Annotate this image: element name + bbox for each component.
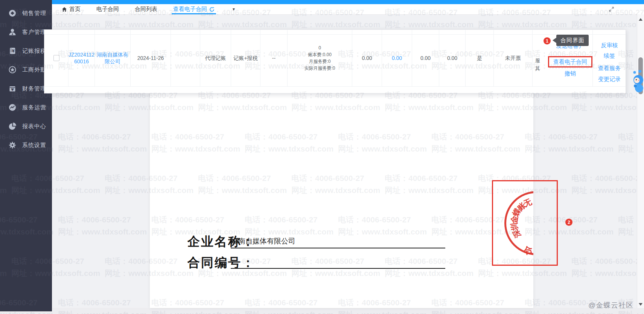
cell-amount-1: 0.00 — [352, 30, 382, 86]
table-row-divider — [44, 86, 626, 87]
step-badge-2: 2 — [565, 219, 572, 226]
cell-remark: -- — [260, 30, 287, 86]
trend-circle-icon — [8, 103, 17, 112]
tab-econtract[interactable]: 电子合同 — [96, 4, 119, 14]
sidebar-item-label: 客户管理 — [22, 29, 46, 36]
invoice-status: 未开票 — [505, 55, 521, 61]
amount-value: 0.00 — [447, 55, 457, 61]
tab-overflow-caret-icon[interactable]: ▼ — [232, 4, 236, 14]
remark: -- — [272, 55, 276, 61]
amount-value: 0.00 — [362, 55, 372, 61]
person-icon — [8, 28, 17, 36]
cell-customer: 湖南自媒体有限公司 — [94, 30, 130, 86]
cell-amount-4: 0.00 — [439, 30, 465, 86]
cell-date: 2024-11-26 — [130, 30, 171, 86]
cashbox-yuan-icon: ¥ — [8, 84, 17, 93]
fee-line: 月服务费:0 — [309, 58, 330, 65]
star-ring-icon — [8, 66, 17, 74]
company-name-underline — [231, 248, 445, 248]
tab-econtract-label: 电子合同 — [96, 6, 119, 13]
fee-line: 实际月服务费:0 — [304, 65, 335, 72]
gear-icon — [8, 141, 17, 149]
cell-checkbox — [44, 30, 68, 86]
view-service-link[interactable]: 查看服务 — [592, 65, 626, 72]
truncated-line: 服 — [535, 57, 540, 65]
watermark-tile: 电话：4006-6500-27网址：www.tdxsoft.com — [58, 133, 147, 153]
customer-link[interactable]: 湖南自媒体有限公司 — [95, 51, 130, 65]
send-to-customer-link[interactable]: 发送给客户 — [548, 43, 592, 50]
watermark-tile: 电话：4006-6500-27网址：www.tdxsoft.com — [525, 216, 614, 236]
sidebar-item-label: 销售管理 — [22, 10, 46, 17]
cell-fee-summary: 0 账本费:0.00 月服务费:0 实际月服务费:0 — [287, 30, 352, 86]
cell-service-items: 记账+报税 — [231, 30, 260, 86]
refresh-icon[interactable] — [209, 7, 215, 12]
contract-date: 2024-11-26 — [137, 55, 164, 61]
app-root: { "colors": { "accent": "#1e9fff", "link… — [0, 0, 644, 314]
home-icon — [62, 7, 67, 12]
sidebar-item-reports[interactable]: 报表中心 — [0, 117, 52, 136]
invoiced-flag: 是 — [477, 55, 482, 61]
assistant-mascot[interactable] — [632, 70, 644, 96]
tab-contract-list-label: 合同列表 — [135, 6, 157, 13]
svg-text:¥: ¥ — [11, 87, 14, 92]
top-accent-bar — [52, 0, 644, 4]
active-tab-underline — [172, 13, 216, 14]
watermark-tile: 电话：4006-6500-27网址：www.tdxsoft.com — [58, 216, 147, 236]
truncated-line: 其 — [535, 65, 540, 73]
tab-bar: 首页 电子合同 合同列表 查看电子合同 ▼ — [52, 4, 644, 15]
cell-contract-no: JZ202411260016 — [68, 30, 94, 86]
sidebar-item-service-ops[interactable]: 服务运营 — [0, 98, 52, 117]
contract-no-link[interactable]: JZ202411260016 — [69, 51, 94, 65]
amount-value: 0.00 — [420, 55, 431, 61]
bottom-strip — [0, 308, 644, 314]
cell-invoice-status: 未开票 — [493, 30, 532, 86]
watermark-tile: 电话：4006-6500-27网址：www.tdxsoft.com — [525, 133, 614, 153]
svg-text:¥: ¥ — [12, 49, 15, 53]
company-name-value: 湖南自媒体有限公司 — [231, 236, 295, 246]
sidebar-item-label: 服务运营 — [22, 104, 46, 111]
truncated-column-text: 服 其 — [535, 57, 540, 73]
cell-service-type: 代理记账 — [200, 30, 231, 86]
sidebar-item-sales[interactable]: 销售管理 — [0, 4, 52, 23]
sidebar-item-settings[interactable]: 系统设置 — [0, 136, 52, 155]
sidebar-item-label: 记账报税 — [22, 47, 46, 55]
contract-no-label: 合同编号： — [187, 254, 255, 271]
fullscreen-icon[interactable] — [608, 6, 615, 12]
contract-no-underline — [231, 268, 445, 269]
cell-amount-3: 0.00 — [412, 30, 439, 86]
watermark-tile: 电话：4006-6500-27网址：www.tdxsoft.com — [571, 257, 644, 277]
vertical-scrollbar[interactable] — [637, 14, 644, 308]
diamond-circle-icon — [8, 9, 17, 17]
renew-link[interactable]: 续签 — [592, 52, 626, 60]
tab-view-econtract-label: 查看电子合同 — [173, 6, 207, 13]
sidebar-item-label: 工商外勤 — [22, 66, 46, 74]
cell-empty — [171, 30, 200, 86]
revoke-link[interactable]: 撤销 — [548, 70, 592, 77]
scroll-down-icon[interactable] — [639, 303, 642, 306]
sidebar-item-label: 财务管理 — [22, 85, 46, 92]
tab-contract-list[interactable]: 合同列表 — [135, 4, 157, 14]
row-checkbox[interactable] — [53, 55, 59, 61]
tab-home[interactable]: 首页 — [62, 4, 81, 14]
pie-chart-icon — [8, 122, 17, 130]
fee-total: 0 — [318, 44, 321, 51]
fee-line: 账本费:0.00 — [308, 51, 332, 58]
watermark-tile: 电话：4006-6500-27网址：www.tdxsoft.com — [571, 174, 644, 194]
scroll-up-icon[interactable] — [639, 18, 642, 21]
sidebar-item-label: 报表中心 — [22, 123, 46, 130]
ledger-yuan-icon: ¥ — [8, 47, 17, 55]
sidebar-item-label: 系统设置 — [22, 142, 46, 149]
contract-document-page: 企业名称： 湖南自媒体有限公司 合同编号： 深圳金蝶账无 合 — [150, 92, 533, 308]
contract-list-panel: JZ202411260016 湖南自媒体有限公司 2024-11-26 代理记账… — [44, 29, 626, 93]
cell-amount-2: 0.00 — [382, 30, 412, 86]
community-credit: @金蝶云社区 — [588, 300, 633, 310]
service-type: 代理记账 — [205, 55, 226, 61]
amount-link[interactable]: 0.00 — [392, 55, 402, 61]
cell-invoiced: 是 — [465, 30, 493, 86]
service-items: 记账+报税 — [233, 55, 257, 61]
view-econtract-link[interactable]: 查看电子合同 — [548, 56, 592, 67]
tab-home-label: 首页 — [69, 6, 81, 13]
reverse-audit-link[interactable]: 反审核 — [592, 42, 626, 49]
tab-view-econtract[interactable]: 查看电子合同 — [173, 4, 215, 14]
change-log-link[interactable]: 变更记录 — [592, 76, 626, 83]
